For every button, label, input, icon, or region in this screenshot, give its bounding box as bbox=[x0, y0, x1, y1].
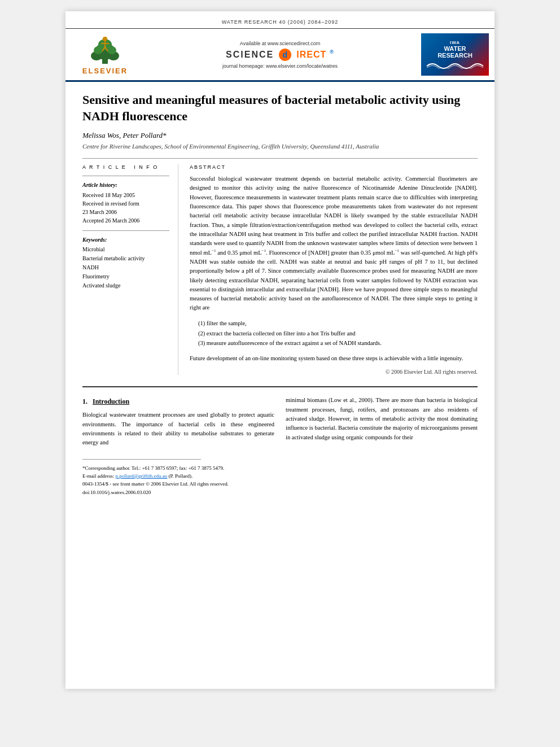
water-research-logo: IWA WATERRESEARCH bbox=[421, 33, 489, 76]
journal-name: WATER RESEARCH 40 (2006) 2084–2092 bbox=[222, 19, 339, 25]
email-line: E-mail address: p.pollard@griffith.edu.a… bbox=[82, 472, 478, 480]
sciencedirect-logo: SCIENCE d IRECT ® bbox=[139, 49, 421, 61]
step2: (2) extract the bacteria collected on fi… bbox=[198, 329, 478, 339]
article-title: Sensitive and meaningful measures of bac… bbox=[82, 92, 478, 124]
rights-line: 0043-1354/$ - see front matter © 2006 El… bbox=[82, 480, 478, 488]
authors-names: Melissa Wos, Peter Pollard* bbox=[82, 131, 167, 139]
logos-row: ELSEVIER Available at www.sciencedirect.… bbox=[65, 29, 495, 82]
journal-url: journal homepage: www.elsevier.com/locat… bbox=[139, 63, 421, 69]
email-person: (P. Pollard). bbox=[169, 473, 193, 479]
abstract-text1: Successful biological wastewater treatme… bbox=[190, 176, 478, 256]
keywords-label: Keywords: bbox=[82, 237, 169, 243]
keyword-fluorimetry: Fluorimetry bbox=[82, 272, 169, 281]
affiliation: Centre for Riverine Landscapes, School o… bbox=[82, 143, 478, 150]
svg-point-7 bbox=[103, 37, 107, 41]
intro-left: 1. Introduction Biological wastewater tr… bbox=[82, 396, 274, 447]
keyword-activated-sludge: Activated sludge bbox=[82, 281, 169, 290]
article-history-label: Article history: bbox=[82, 182, 169, 188]
registered-icon: ® bbox=[330, 49, 334, 55]
received-text: Received 18 May 2005 Received in revised… bbox=[82, 191, 169, 225]
abstract-steps: (1) filter the sample, (2) extract the b… bbox=[198, 318, 478, 349]
abstract-text4: was self-quenched. At high pH's NADH was… bbox=[190, 250, 478, 311]
article-info-col: A R T I C L E I N F O Article history: R… bbox=[82, 164, 178, 375]
body-divider bbox=[82, 386, 478, 387]
svg-point-6 bbox=[107, 46, 116, 54]
superscript3: −1 bbox=[395, 248, 399, 253]
keyword-microbial: Microbial bbox=[82, 245, 169, 254]
abstract-text2: and 0.35 μmol mL bbox=[216, 250, 261, 256]
abstract-col: ABSTRACT Successful biological wastewate… bbox=[190, 164, 478, 375]
center-logos: Available at www.sciencedirect.com SCIEN… bbox=[139, 41, 421, 69]
intro-text-right: minimal biomass (Low et al., 2000). Ther… bbox=[286, 396, 478, 442]
email-link[interactable]: p.pollard@griffith.edu.au bbox=[115, 473, 167, 479]
intro-number: 1. bbox=[82, 397, 88, 405]
abstract-text3: . Fluorescence of [NADH] greater than 0.… bbox=[266, 250, 395, 256]
intro-heading: 1. Introduction bbox=[82, 396, 274, 406]
keyword-bacterial: Bacterial metabolic activity bbox=[82, 254, 169, 263]
intro-section: 1. Introduction Biological wastewater tr… bbox=[82, 396, 478, 447]
abstract-future: Future development of an on-line monitor… bbox=[190, 354, 478, 363]
header-divider bbox=[82, 158, 478, 159]
elsevier-logo: ELSEVIER bbox=[71, 34, 139, 75]
keyword-nadh: NADH bbox=[82, 263, 169, 272]
sd-circle-icon: d bbox=[279, 49, 291, 61]
article-info-abstract: A R T I C L E I N F O Article history: R… bbox=[82, 164, 478, 375]
svg-point-5 bbox=[94, 46, 103, 54]
iwa-text: IWA bbox=[450, 40, 460, 45]
wr-text: WATERRESEARCH bbox=[438, 45, 473, 59]
intro-title: Introduction bbox=[93, 397, 129, 405]
doi-line: doi:10.1016/j.watres.2006.03.020 bbox=[82, 488, 478, 496]
copyright: © 2006 Elsevier Ltd. All rights reserved… bbox=[190, 369, 478, 375]
abstract-body: Successful biological wastewater treatme… bbox=[190, 174, 478, 312]
superscript2: −1 bbox=[262, 248, 266, 253]
received-label: Received 18 May 2005 bbox=[82, 192, 135, 198]
email-label: E-mail address: bbox=[82, 473, 114, 479]
accepted-label: Accepted 26 March 2006 bbox=[82, 217, 139, 224]
authors: Melissa Wos, Peter Pollard* bbox=[82, 131, 478, 140]
wave-icon bbox=[424, 60, 486, 69]
keywords-divider bbox=[82, 230, 169, 231]
article-content: Sensitive and meaningful measures of bac… bbox=[65, 92, 495, 513]
article-page: WATER RESEARCH 40 (2006) 2084–2092 bbox=[65, 11, 495, 689]
available-text: Available at www.sciencedirect.com bbox=[139, 41, 421, 46]
elsevier-text: ELSEVIER bbox=[82, 67, 128, 75]
intro-right: minimal biomass (Low et al., 2000). Ther… bbox=[286, 396, 478, 447]
revised-label: Received in revised form bbox=[82, 200, 139, 207]
elsevier-tree-icon bbox=[82, 34, 128, 65]
info-divider bbox=[82, 176, 169, 176]
footer: *Corresponding author. Tel.: +61 7 3875 … bbox=[82, 464, 478, 497]
step3: (3) measure autofluorescence of the extr… bbox=[198, 338, 478, 348]
revised-date: 23 March 2006 bbox=[82, 209, 117, 215]
step1: (1) filter the sample, bbox=[198, 318, 478, 329]
abstract-header: ABSTRACT bbox=[190, 164, 478, 170]
footer-divider bbox=[82, 459, 201, 460]
article-info-header: A R T I C L E I N F O bbox=[82, 164, 169, 170]
journal-header: WATER RESEARCH 40 (2006) 2084–2092 bbox=[65, 11, 495, 29]
intro-text-left: Biological wastewater treatment processe… bbox=[82, 410, 274, 447]
corresponding-author: *Corresponding author. Tel.: +61 7 3875 … bbox=[82, 464, 478, 472]
